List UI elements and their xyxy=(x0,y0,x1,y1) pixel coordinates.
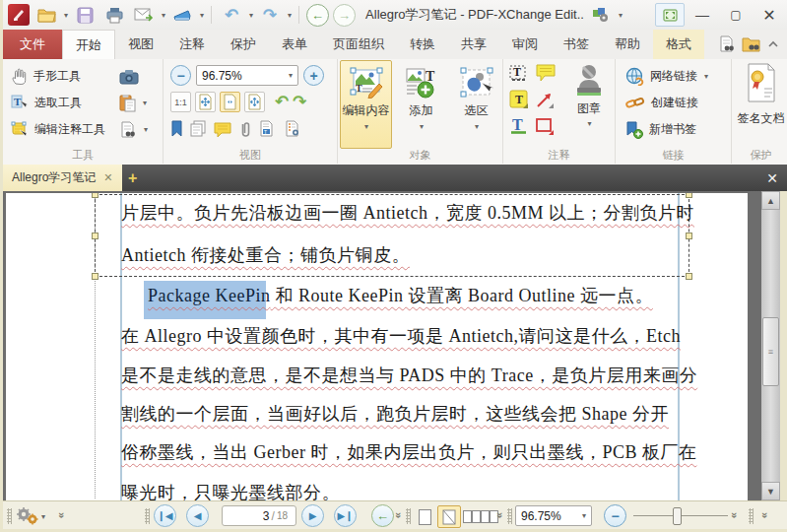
fit-width-button[interactable] xyxy=(244,92,265,112)
select-tool-button[interactable]: T 选取工具 xyxy=(3,90,113,116)
email-dropdown-caret[interactable]: ▾ xyxy=(162,11,165,20)
snapshot-button[interactable] xyxy=(119,63,148,90)
fit-width-layout-button[interactable] xyxy=(437,505,461,528)
web-link-button[interactable]: 网络链接 ▾ xyxy=(618,63,708,90)
fit-visible-button[interactable] xyxy=(195,92,216,112)
session-dropdown-caret[interactable]: ▾ xyxy=(619,11,623,20)
text-box-tool-button[interactable]: T xyxy=(509,90,535,116)
close-document-button[interactable]: ✕ xyxy=(757,165,787,191)
tab-format[interactable]: 格式 xyxy=(653,30,704,59)
tab-help[interactable]: 帮助 xyxy=(602,30,653,59)
find-in-document-icon[interactable] xyxy=(718,35,736,53)
forward-button[interactable]: → xyxy=(333,4,356,27)
arrow-tool-button[interactable] xyxy=(535,90,560,116)
session-settings-icon[interactable] xyxy=(588,3,614,27)
actual-size-button[interactable]: 1:1 xyxy=(170,92,191,112)
document-tab-close-icon[interactable]: ✕ xyxy=(103,171,112,184)
status-zoom-out-button[interactable]: − xyxy=(604,504,626,527)
undo-dropdown-caret[interactable]: ▾ xyxy=(249,11,253,20)
scroll-up-arrow[interactable]: ▲ xyxy=(761,191,780,210)
edit-content-button[interactable]: T 编辑内容 ▾ xyxy=(340,60,392,149)
find-button[interactable]: ▾ xyxy=(119,116,148,143)
redo-button[interactable]: ↷ xyxy=(257,3,283,27)
tab-file[interactable]: 文件 xyxy=(3,30,62,59)
single-page-layout-button[interactable] xyxy=(413,505,436,528)
status-zoom-combo[interactable]: 96.75% ▾ xyxy=(515,505,592,526)
tab-bookmarks[interactable]: 书签 xyxy=(551,30,602,59)
selection-handle-mid-left[interactable] xyxy=(92,233,98,239)
scrollbar-thumb[interactable]: ≡ xyxy=(762,317,779,386)
zoom-in-button[interactable]: + xyxy=(303,65,324,86)
web-link-caret[interactable]: ▾ xyxy=(704,72,708,81)
bookmarks-pane-button[interactable] xyxy=(170,120,183,137)
right-toolbar-grip[interactable] xyxy=(749,508,754,524)
create-link-button[interactable]: 创建链接 xyxy=(618,90,708,116)
email-button[interactable] xyxy=(131,3,157,27)
typewriter-tool-button[interactable]: T xyxy=(509,63,535,90)
text-comment-tool-button[interactable]: T xyxy=(509,116,535,143)
paste-button[interactable]: ▾ xyxy=(119,90,148,116)
fullscreen-toggle-button[interactable] xyxy=(655,3,685,27)
document-options-button[interactable] xyxy=(285,120,300,137)
previous-page-button[interactable]: ◀ xyxy=(186,504,209,527)
fields-pane-button[interactable]: T xyxy=(259,120,274,137)
add-object-button[interactable]: T 添加 ▾ xyxy=(395,60,447,149)
sticky-note-tool-button[interactable] xyxy=(535,63,560,90)
stamp-button[interactable]: 图章 ▾ xyxy=(566,63,612,128)
selection-handle-mid-right[interactable] xyxy=(686,233,692,239)
toolbar-grip[interactable] xyxy=(7,508,12,524)
tab-convert[interactable]: 转换 xyxy=(397,30,448,59)
open-button[interactable] xyxy=(33,3,59,27)
selection-handle-top-left[interactable] xyxy=(92,193,98,198)
two-page-continuous-button[interactable] xyxy=(480,505,499,528)
tab-view[interactable]: 视图 xyxy=(115,30,166,59)
tab-share[interactable]: 共享 xyxy=(448,30,499,59)
redo-dropdown-caret[interactable]: ▾ xyxy=(288,11,292,20)
add-bookmark-button[interactable]: 新增书签 xyxy=(618,116,708,143)
tab-organize[interactable]: 页面组织 xyxy=(320,30,397,59)
hand-tool-button[interactable]: 手形工具 xyxy=(3,63,113,90)
zoom-more-chevron[interactable]: » xyxy=(729,512,741,516)
find-dropdown-caret[interactable]: ▾ xyxy=(144,125,148,134)
maximize-button[interactable]: ▢ xyxy=(720,3,752,27)
status-options-caret[interactable]: ▾ xyxy=(41,512,45,521)
next-page-button[interactable]: ▶ xyxy=(301,504,324,527)
minimize-button[interactable]: — xyxy=(687,3,718,27)
new-tab-button[interactable]: + xyxy=(122,165,144,191)
document-tab[interactable]: Allegro学习笔记 ✕ xyxy=(3,165,122,191)
fit-page-button[interactable] xyxy=(220,92,240,112)
rectangle-tool-button[interactable] xyxy=(535,116,560,143)
print-button[interactable] xyxy=(101,3,127,27)
layout-more-chevron[interactable]: » xyxy=(494,512,506,516)
tab-home[interactable]: 开始 xyxy=(62,30,115,59)
zoom-level-combo[interactable]: 96.75% ▾ xyxy=(196,65,298,86)
undo-button[interactable]: ↶ xyxy=(219,3,244,27)
select-objects-button[interactable]: 选区 ▾ xyxy=(450,60,502,149)
close-button[interactable]: ✕ xyxy=(754,3,785,27)
open-dropdown-caret[interactable]: ▾ xyxy=(64,11,68,20)
tab-protect[interactable]: 保护 xyxy=(218,30,269,59)
selection-handle-top-right[interactable] xyxy=(686,193,692,198)
zoom-out-button[interactable]: − xyxy=(170,65,191,86)
statusbar-overflow-chevron[interactable]: » xyxy=(759,512,771,516)
first-page-button[interactable]: ❙◀ xyxy=(154,504,176,527)
expand-toolbar-chevron[interactable]: » xyxy=(56,512,68,516)
tab-review[interactable]: 审阅 xyxy=(499,30,551,59)
thumbnails-pane-button[interactable] xyxy=(190,120,207,137)
tab-form[interactable]: 表单 xyxy=(269,30,320,59)
tab-comment[interactable]: 注释 xyxy=(166,30,218,59)
back-button[interactable]: ← xyxy=(306,4,329,27)
vertical-scrollbar[interactable]: ▲ ≡ ▼ xyxy=(761,191,780,500)
edit-comment-tool-button[interactable]: 编辑注释工具 xyxy=(3,116,113,143)
nav-more-chevron[interactable]: » xyxy=(393,512,405,516)
paste-dropdown-caret[interactable]: ▾ xyxy=(143,99,147,107)
attachments-pane-button[interactable] xyxy=(238,120,252,137)
nav-toolbar-grip[interactable] xyxy=(145,508,150,524)
layout-toolbar-grip[interactable] xyxy=(406,508,411,524)
scan-dropdown-caret[interactable]: ▾ xyxy=(200,11,204,20)
rotate-cw-button[interactable]: ↷ xyxy=(293,94,306,110)
zoom-slider-handle[interactable] xyxy=(673,507,682,525)
find-in-folder-icon[interactable] xyxy=(742,36,761,52)
previous-view-button[interactable]: ← xyxy=(371,504,394,527)
scan-button[interactable] xyxy=(169,3,195,27)
